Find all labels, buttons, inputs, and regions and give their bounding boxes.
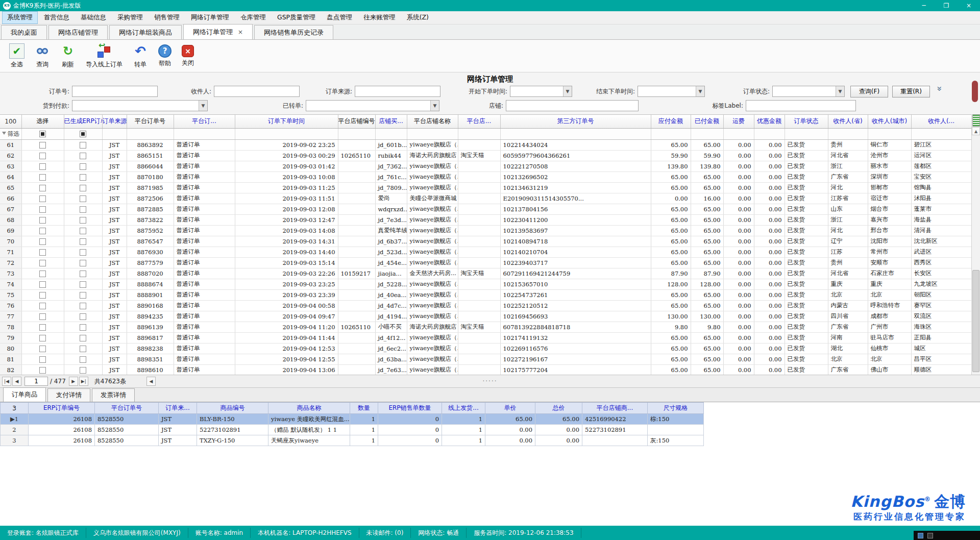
row-checkbox[interactable] — [80, 153, 86, 159]
row-checkbox[interactable] — [39, 313, 46, 320]
toolbar-全选-button[interactable]: ✔全选 — [4, 42, 30, 70]
column-header-选择[interactable]: 选择 — [21, 115, 64, 128]
row-checkbox[interactable] — [39, 238, 46, 245]
row-checkbox[interactable] — [80, 238, 86, 245]
detail-column-header-平台订单号[interactable]: 平台订单号 — [95, 403, 159, 414]
row-checkbox[interactable] — [80, 356, 86, 363]
detail-column-header-平台店铺商...[interactable]: 平台店铺商... — [582, 403, 648, 414]
table-row[interactable]: 62JST8865151普通订单2019-09-03 00:2910265110… — [0, 150, 971, 161]
column-header-第三方订单号[interactable]: 第三方订单号 — [500, 115, 651, 128]
table-row[interactable]: 73JST8887020普通订单2019-09-03 22:2610159217… — [0, 268, 971, 279]
column-header-订单状态[interactable]: 订单状态 — [785, 115, 828, 128]
maximize-button[interactable]: ❐ — [935, 0, 958, 11]
order-source-input[interactable] — [355, 86, 440, 97]
column-header-订单来源[interactable]: 订单来源 — [102, 115, 127, 128]
column-header-已生成ERP订单[interactable]: 已生成ERP订单 — [64, 115, 102, 128]
start-time-select[interactable]: ▼ — [510, 86, 572, 97]
row-checkbox[interactable] — [39, 174, 46, 181]
menu-item-盘点管理[interactable]: 盘点管理 — [322, 11, 357, 24]
minimize-button[interactable]: ─ — [913, 0, 935, 11]
query-button[interactable]: 查询(F) — [850, 86, 888, 97]
detail-column-header-尺寸规格[interactable]: 尺寸规格 — [648, 403, 704, 414]
toolbar-转单-button[interactable]: ↶转单 — [128, 42, 153, 70]
column-header-已付金额[interactable]: 已付金额 — [691, 115, 723, 128]
receiver-input[interactable] — [214, 86, 300, 97]
row-checkbox[interactable] — [80, 228, 86, 234]
row-checkbox[interactable] — [39, 249, 46, 256]
row-checkbox[interactable] — [39, 260, 46, 266]
column-header-平台店铺名称[interactable]: 平台店铺名称 — [407, 115, 458, 128]
row-checkbox[interactable] — [39, 153, 46, 159]
table-row[interactable]: 80JST8898238普通订单2019-09-04 12:53jd_6ec2.… — [0, 343, 971, 354]
cod-select[interactable]: ▼ — [72, 100, 208, 111]
row-checkbox[interactable] — [80, 217, 86, 224]
column-header-优惠金额[interactable]: 优惠金额 — [754, 115, 785, 128]
close-window-button[interactable]: × — [958, 0, 980, 11]
table-row[interactable]: 78JST8896139普通订单2019-09-04 11:2010265110… — [0, 322, 971, 332]
table-row[interactable]: 64JST8870180普通订单2019-09-03 10:08jd_761c.… — [0, 171, 971, 182]
table-row[interactable]: 68JST8873822普通订单2019-09-03 12:47jd_7e3d.… — [0, 214, 971, 225]
table-row[interactable]: 74JST8888674普通订单2019-09-03 23:25jd_5228.… — [0, 279, 971, 289]
row-checkbox[interactable] — [39, 185, 46, 191]
grid-settings-icon[interactable] — [972, 114, 980, 127]
column-filter-checkbox[interactable] — [39, 131, 46, 137]
column-header-平台订...[interactable]: 平台订... — [174, 115, 235, 128]
scrollbar-thumb[interactable] — [972, 270, 979, 372]
detail-column-header-商品名称[interactable]: 商品名称 — [268, 403, 350, 414]
table-row[interactable]: 72JST8877579普通订单2019-09-03 15:14jd_454e.… — [0, 257, 971, 268]
menu-item-首营信息[interactable]: 首营信息 — [39, 11, 75, 24]
column-header-应付金额[interactable]: 应付金额 — [651, 115, 691, 128]
end-time-select[interactable]: ▼ — [638, 86, 705, 97]
collapse-detail-button[interactable]: ◀ — [146, 377, 156, 386]
menu-item-销售管理[interactable]: 销售管理 — [149, 11, 185, 24]
toolbar-帮助-button[interactable]: ?帮助 — [153, 43, 177, 69]
detail-tab-发票详情[interactable]: 发票详情 — [92, 388, 135, 402]
tab-close-icon[interactable]: × — [238, 29, 243, 36]
row-checkbox[interactable] — [39, 206, 46, 213]
last-page-button[interactable]: ▶| — [79, 377, 88, 386]
column-header-平台订单号[interactable]: 平台订单号 — [127, 115, 174, 128]
row-checkbox[interactable] — [80, 324, 86, 331]
table-row[interactable]: 79JST8896817普通订单2019-09-04 11:44jd_4f12.… — [0, 332, 971, 343]
toolbar-查询-button[interactable]: 查询 — [30, 42, 55, 70]
tab-网络店铺管理[interactable]: 网络店铺管理 — [48, 25, 108, 39]
menu-item-系统(Z)[interactable]: 系统(Z) — [402, 11, 434, 24]
column-header-收件人(城市)[interactable]: 收件人(城市) — [868, 115, 911, 128]
row-checkbox[interactable] — [39, 346, 46, 352]
row-checkbox[interactable] — [80, 303, 86, 309]
collapse-filter-icon[interactable]: » — [935, 86, 945, 91]
row-checkbox[interactable] — [80, 346, 86, 352]
row-checkbox[interactable] — [39, 292, 46, 299]
row-checkbox[interactable] — [80, 142, 86, 149]
column-header-收件人(...[interactable]: 收件人(... — [911, 115, 971, 128]
table-row[interactable]: 76JST8890168普通订单2019-09-04 00:58jd_4d7c.… — [0, 300, 971, 311]
detail-column-header-商品编号[interactable]: 商品编号 — [197, 403, 268, 414]
table-row[interactable]: 65JST8871985普通订单2019-09-03 11:25jd_7809.… — [0, 182, 971, 193]
row-checkbox[interactable] — [80, 292, 86, 299]
row-checkbox[interactable] — [80, 281, 86, 288]
menu-item-仓库管理[interactable]: 仓库管理 — [235, 11, 271, 24]
tray-keyboard-icon[interactable] — [927, 533, 933, 538]
detail-column-header-数量[interactable]: 数量 — [350, 403, 378, 414]
detail-row[interactable]: 2261088528550JST52273102891（赠品 默认随机发） 1 … — [1, 425, 704, 435]
table-row[interactable]: 82JST8898610普通订单2019-09-04 13:06jd_7e63.… — [0, 364, 971, 375]
row-checkbox[interactable] — [80, 195, 86, 202]
first-page-button[interactable]: |◀ — [2, 377, 11, 386]
transferred-select[interactable]: ▼ — [306, 100, 439, 111]
toolbar-导入线上订单-button[interactable]: ↩导入线上订单 — [81, 42, 128, 70]
tab-网络销售单历史记录[interactable]: 网络销售单历史记录 — [254, 25, 333, 39]
row-checkbox[interactable] — [39, 367, 46, 374]
toolbar-关闭-button[interactable]: ×关闭 — [177, 44, 199, 68]
row-checkbox[interactable] — [80, 174, 86, 181]
table-row[interactable]: 81JST8898351普通订单2019-09-04 12:55jd_63ba.… — [0, 354, 971, 364]
next-page-button[interactable]: ▶ — [69, 377, 78, 386]
menu-item-GSP质量管理[interactable]: GSP质量管理 — [272, 11, 321, 24]
detail-column-header-线上发货...[interactable]: 线上发货... — [442, 403, 485, 414]
order-status-select[interactable]: ▼ — [772, 86, 845, 97]
menu-item-采购管理[interactable]: 采购管理 — [112, 11, 148, 24]
detail-column-header-订单来...[interactable]: 订单来... — [159, 403, 197, 414]
reset-button[interactable]: 重置(R) — [892, 86, 930, 97]
row-checkbox[interactable] — [80, 185, 86, 191]
row-checkbox[interactable] — [39, 271, 46, 277]
prev-page-button[interactable]: ◀ — [12, 377, 21, 386]
